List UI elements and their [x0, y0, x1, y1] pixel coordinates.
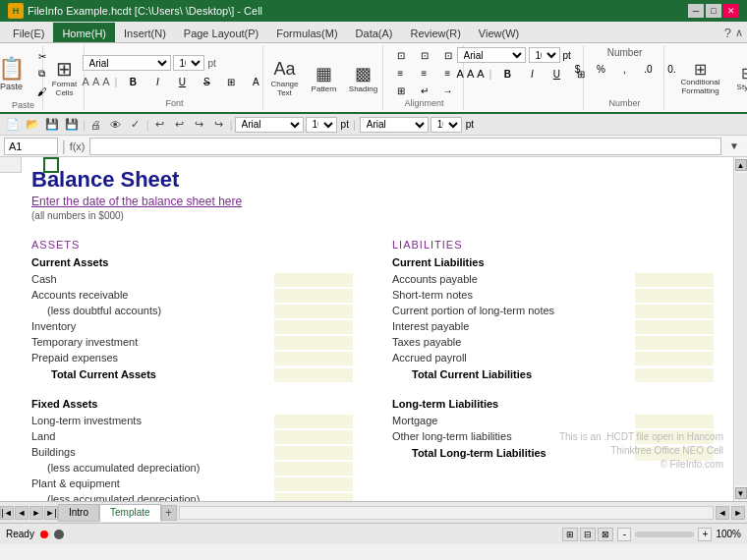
interest-payable-input[interactable] — [635, 320, 714, 334]
underline-button2[interactable]: U — [546, 66, 567, 82]
add-sheet-button[interactable]: + — [161, 505, 177, 521]
styles-button[interactable]: ⊟ Styles — [730, 51, 748, 104]
tab-file[interactable]: File(E) — [4, 23, 53, 42]
formula-scroll-down[interactable]: ▼ — [725, 138, 743, 155]
italic-button[interactable]: I — [146, 74, 168, 89]
tab-review[interactable]: Review(R) — [401, 23, 469, 42]
view-layout-button[interactable]: ⊟ — [580, 528, 596, 541]
tab-insert[interactable]: Insert(N) — [115, 23, 175, 42]
align-center-button[interactable]: ≡ — [414, 65, 435, 81]
tab-next-button[interactable]: ► — [29, 506, 43, 520]
tab-view[interactable]: View(W) — [470, 23, 528, 42]
bold-button2[interactable]: B — [496, 66, 518, 82]
short-term-notes-input[interactable] — [635, 289, 714, 303]
zoom-in-button[interactable]: + — [698, 528, 712, 541]
scroll-up-button[interactable]: ▲ — [735, 159, 747, 171]
minimize-button[interactable]: ─ — [688, 4, 704, 18]
paste-button[interactable]: 📋 Paste — [0, 47, 29, 100]
horizontal-scrollbar[interactable] — [179, 506, 714, 520]
view-normal-button[interactable]: ⊞ — [562, 528, 578, 541]
fill-color-button[interactable]: A — [245, 74, 266, 89]
help-icon[interactable]: ? — [724, 26, 731, 40]
merge-button[interactable]: ⊞ — [390, 83, 412, 98]
underline-button[interactable]: U — [171, 74, 193, 89]
less-doubtful-input[interactable] — [274, 305, 353, 318]
align-top-right-button[interactable]: ⊡ — [437, 47, 459, 63]
save-button[interactable]: 💾 — [43, 116, 61, 134]
accounts-receivable-input[interactable] — [274, 289, 353, 303]
less-accum-depr2-input[interactable] — [274, 493, 353, 501]
total-curr-liab-input[interactable] — [635, 368, 714, 382]
tab-data[interactable]: Data(A) — [347, 23, 402, 42]
tab-first-button[interactable]: |◄ — [0, 506, 14, 520]
less-accum-depr-input[interactable] — [274, 462, 353, 476]
scroll-down-button[interactable]: ▼ — [735, 487, 747, 499]
quick-font-size-select[interactable]: 10.0 — [306, 117, 337, 133]
new-button[interactable]: 📄 — [4, 116, 22, 134]
currency-button[interactable]: $ — [567, 61, 589, 77]
inventory-input[interactable] — [274, 320, 353, 334]
view-page-break-button[interactable]: ⊠ — [598, 528, 613, 541]
cell-reference[interactable]: A1 — [4, 138, 58, 155]
close-button[interactable]: ✕ — [723, 4, 739, 18]
conditional-formatting-button[interactable]: ⊞ Conditional Formatting — [675, 51, 726, 104]
bold-button[interactable]: B — [122, 74, 144, 89]
total-current-assets-input[interactable] — [274, 368, 353, 382]
italic-button2[interactable]: I — [521, 66, 543, 82]
plant-equip-input[interactable] — [274, 477, 353, 491]
undo-button[interactable]: ↩ — [151, 116, 169, 134]
tab-pagelayout[interactable]: Page Layout(P) — [175, 23, 267, 42]
shading-button[interactable]: ▩ Shading — [346, 51, 381, 104]
redo-button[interactable]: ↪ — [191, 116, 208, 134]
accounts-payable-input[interactable] — [635, 273, 714, 287]
quick-font-size-select2[interactable]: 10.0 — [431, 117, 462, 133]
align-right-button[interactable]: ≡ — [437, 65, 459, 81]
increase-decimal-button[interactable]: .0 — [638, 61, 660, 77]
preview-button[interactable]: 👁 — [107, 116, 125, 134]
land-input[interactable] — [274, 430, 353, 444]
hscroll-right-button[interactable]: ► — [731, 506, 745, 520]
prepaid-input[interactable] — [274, 352, 353, 365]
zoom-slider[interactable] — [635, 532, 694, 537]
spell-check-button[interactable]: ✓ — [127, 116, 144, 134]
change-text-button[interactable]: Aa Change Text — [267, 51, 303, 104]
tab-home[interactable]: Home(H) — [53, 23, 115, 42]
longterm-inv-input[interactable] — [274, 415, 353, 428]
tab-formulas[interactable]: Formulas(M) — [267, 23, 346, 42]
sheet-tab-intro[interactable]: Intro — [58, 504, 99, 522]
taxes-payable-input[interactable] — [635, 336, 714, 350]
pattern-button[interactable]: ▦ Pattern — [307, 51, 342, 104]
maximize-button[interactable]: □ — [706, 4, 721, 18]
wrap-text-button[interactable]: ↵ — [414, 83, 435, 98]
print-button[interactable]: 🖨 — [87, 116, 105, 134]
quick-font-select[interactable]: Arial — [235, 117, 304, 133]
thousands-button[interactable]: , — [614, 61, 636, 77]
redo2-button[interactable]: ↪ — [210, 116, 228, 134]
indent-button[interactable]: → — [437, 83, 459, 98]
border-button[interactable]: ⊞ — [220, 74, 242, 89]
tab-prev-button[interactable]: ◄ — [15, 506, 29, 520]
mortgage-input[interactable] — [635, 415, 714, 428]
sheet-tab-template[interactable]: Template — [99, 504, 161, 522]
undo2-button[interactable]: ↩ — [171, 116, 189, 134]
sheet-content[interactable]: Balance Sheet Enter the date of the bala… — [22, 157, 733, 501]
tab-last-button[interactable]: ►| — [44, 506, 58, 520]
buildings-input[interactable] — [274, 446, 353, 460]
hscroll-left-button[interactable]: ◄ — [716, 506, 729, 520]
cash-input[interactable] — [274, 273, 353, 287]
font-size-select[interactable]: 10.0 — [173, 55, 204, 71]
save-as-button[interactable]: 💾 — [63, 116, 81, 134]
accrued-payroll-input[interactable] — [635, 352, 714, 365]
percent-button[interactable]: % — [591, 61, 612, 77]
temp-investment-input[interactable] — [274, 336, 353, 350]
open-button[interactable]: 📂 — [24, 116, 41, 134]
align-left-button[interactable]: ≡ — [390, 65, 412, 81]
zoom-out-button[interactable]: - — [617, 528, 631, 541]
format-cells-button[interactable]: ⊞ Format Cells — [47, 51, 83, 104]
vertical-scrollbar[interactable]: ▲ ▼ — [733, 157, 747, 501]
formula-input[interactable] — [89, 138, 721, 155]
collapse-ribbon-icon[interactable]: ∧ — [735, 27, 743, 39]
quick-font-select2[interactable]: Arial — [360, 117, 429, 133]
curr-portion-lt-notes-input[interactable] — [635, 305, 714, 318]
font-size-select2[interactable]: 10.0 — [529, 47, 560, 63]
